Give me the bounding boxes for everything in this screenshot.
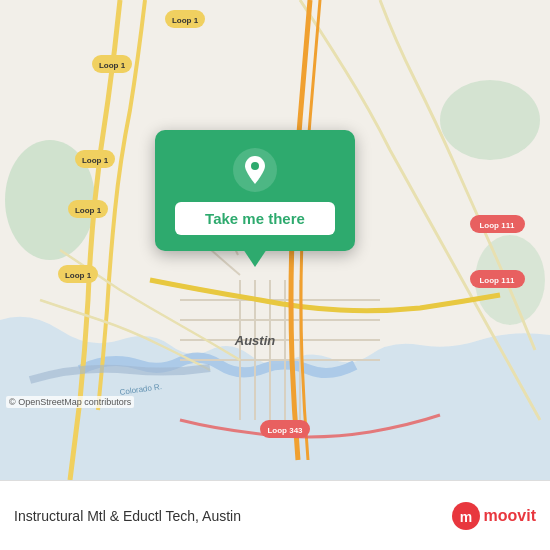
svg-text:Loop 343: Loop 343 [267,426,303,435]
bottom-bar: Instructural Mtl & Eductl Tech, Austin m… [0,480,550,550]
svg-text:Loop 111: Loop 111 [479,221,515,230]
svg-text:Loop 1: Loop 1 [75,206,102,215]
take-me-there-button[interactable]: Take me there [175,202,335,235]
svg-text:Loop 1: Loop 1 [65,271,92,280]
svg-text:Loop 1: Loop 1 [99,61,126,70]
svg-text:m: m [459,509,471,525]
svg-point-2 [440,80,540,160]
svg-point-32 [251,162,259,170]
pin-icon [233,148,277,192]
popup-card: Take me there [155,130,355,251]
svg-text:Loop 111: Loop 111 [479,276,515,285]
svg-text:Loop 1: Loop 1 [82,156,109,165]
moovit-brand-text: moovit [484,507,536,525]
moovit-logo: m moovit [452,502,536,530]
moovit-icon: m [452,502,480,530]
svg-text:Loop 1: Loop 1 [172,16,199,25]
map-container: Loop 343 Loop 111 Loop 111 Loop 1 Loop 1… [0,0,550,480]
osm-attribution: © OpenStreetMap contributors [6,396,134,408]
location-text: Instructural Mtl & Eductl Tech, Austin [14,508,241,524]
svg-text:Austin: Austin [234,333,276,348]
